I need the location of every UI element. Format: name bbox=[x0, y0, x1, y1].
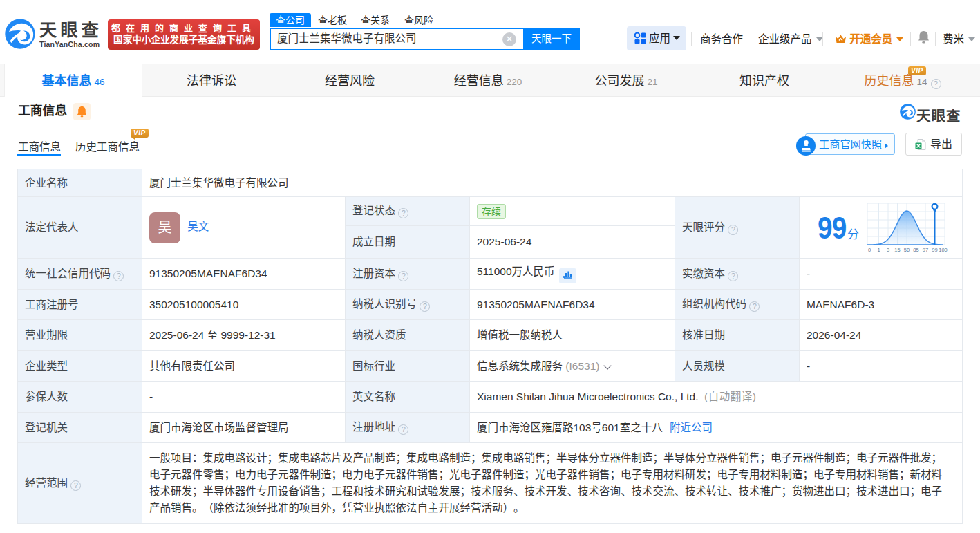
svg-text:50: 50 bbox=[904, 247, 910, 253]
svg-text:99: 99 bbox=[932, 247, 938, 253]
svg-text:1: 1 bbox=[878, 247, 880, 253]
svg-text:100: 100 bbox=[939, 247, 948, 253]
svg-text:3: 3 bbox=[887, 247, 889, 253]
svg-text:15: 15 bbox=[895, 247, 901, 253]
svg-text:0: 0 bbox=[868, 247, 871, 253]
svg-text:97: 97 bbox=[923, 247, 928, 253]
svg-text:85: 85 bbox=[914, 247, 919, 253]
